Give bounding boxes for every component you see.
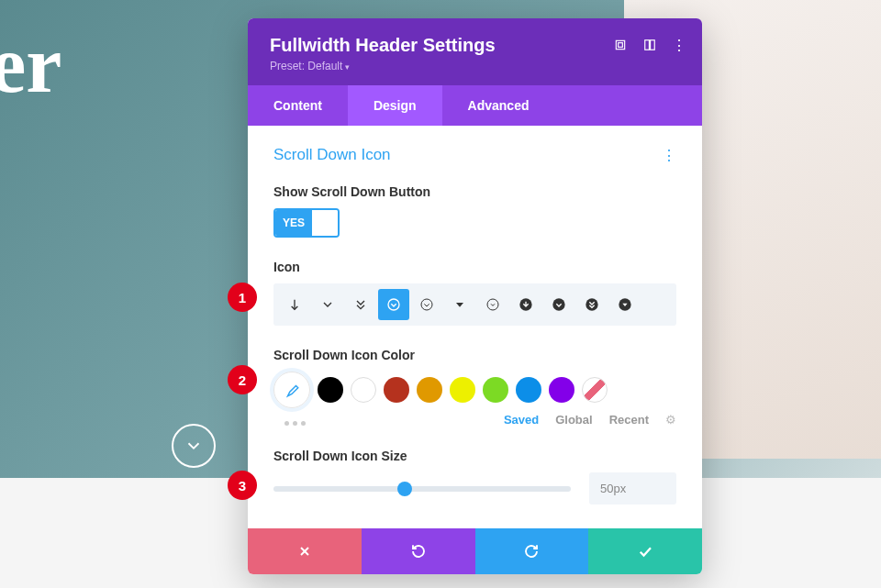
- tab-design[interactable]: Design: [348, 85, 442, 126]
- icon-option-circle-double-filled[interactable]: [576, 289, 608, 320]
- color-swatch-0[interactable]: [318, 377, 343, 403]
- icon-option-double-chevron[interactable]: [345, 289, 376, 320]
- size-slider[interactable]: [273, 486, 571, 492]
- svg-rect-3: [651, 40, 655, 50]
- svg-rect-0: [616, 40, 624, 49]
- icon-option-circle-arrow-filled[interactable]: [510, 289, 541, 320]
- hero-text-fragment: ter: [0, 18, 61, 111]
- icon-option-chevron-down[interactable]: [312, 289, 343, 320]
- color-field-label: Scroll Down Icon Color: [273, 348, 676, 362]
- color-swatch-7[interactable]: [549, 377, 574, 403]
- color-swatch-6[interactable]: [516, 377, 541, 403]
- color-picker-row: [273, 372, 676, 408]
- color-swatch-2[interactable]: [384, 377, 409, 403]
- redo-button[interactable]: [475, 528, 589, 574]
- svg-marker-7: [456, 303, 463, 307]
- tab-content[interactable]: Content: [248, 85, 348, 126]
- kebab-menu-icon[interactable]: ⋮: [673, 39, 686, 51]
- undo-button[interactable]: [362, 528, 475, 574]
- icon-field-label: Icon: [273, 260, 676, 274]
- svg-point-6: [421, 299, 432, 310]
- section-menu-icon[interactable]: ⋮: [662, 147, 676, 164]
- icon-option-circle-chevron-outline[interactable]: [411, 289, 442, 320]
- cancel-button[interactable]: [248, 528, 362, 574]
- icon-option-arrow-down[interactable]: [279, 289, 310, 320]
- annotation-marker-1: 1: [228, 283, 257, 312]
- color-swatch-3[interactable]: [417, 377, 442, 403]
- color-swatch-4[interactable]: [450, 377, 475, 403]
- slider-thumb[interactable]: [397, 482, 412, 496]
- preset-dropdown[interactable]: Preset: Default: [270, 60, 680, 72]
- icon-option-circle-check[interactable]: [378, 289, 409, 320]
- tab-advanced[interactable]: Advanced: [442, 85, 555, 126]
- toggle-yes-label: YES: [275, 210, 312, 236]
- icon-option-circle-thin[interactable]: [477, 289, 508, 320]
- section-title[interactable]: Scroll Down Icon: [273, 146, 391, 164]
- scroll-down-preview-icon: [172, 424, 216, 468]
- show-button-label: Show Scroll Down Button: [273, 184, 676, 199]
- annotation-marker-2: 2: [228, 365, 257, 394]
- preset-saved-link[interactable]: Saved: [504, 413, 539, 427]
- snap-icon[interactable]: [643, 39, 656, 51]
- size-input[interactable]: [589, 472, 676, 505]
- preset-recent-link[interactable]: Recent: [609, 413, 649, 427]
- svg-rect-2: [645, 40, 650, 50]
- settings-panel: Scroll Down Icon ⋮ Show Scroll Down Butt…: [248, 126, 702, 528]
- toggle-knob: [312, 210, 338, 236]
- icon-option-circle-caret-filled[interactable]: [609, 289, 641, 320]
- eyedropper-button[interactable]: [273, 372, 310, 408]
- preset-settings-gear-icon[interactable]: ⚙: [665, 413, 676, 427]
- color-swatch-5[interactable]: [483, 377, 508, 403]
- save-button[interactable]: [588, 528, 702, 574]
- show-button-toggle[interactable]: YES: [273, 208, 340, 238]
- svg-point-10: [552, 298, 564, 310]
- icon-option-caret-down[interactable]: [444, 289, 475, 320]
- annotation-marker-3: 3: [228, 471, 257, 500]
- icon-picker: [273, 283, 676, 326]
- tab-bar: Content Design Advanced: [248, 85, 702, 126]
- settings-modal: Fullwidth Header Settings Preset: Defaul…: [248, 18, 702, 574]
- expand-icon[interactable]: [614, 39, 627, 51]
- svg-rect-1: [619, 43, 623, 48]
- preset-global-link[interactable]: Global: [555, 413, 592, 427]
- size-field-label: Scroll Down Icon Size: [273, 449, 676, 463]
- svg-point-5: [388, 299, 399, 310]
- modal-header: Fullwidth Header Settings Preset: Defaul…: [248, 18, 702, 85]
- color-swatch-1[interactable]: [351, 377, 376, 403]
- svg-point-8: [487, 299, 498, 310]
- modal-footer: [248, 528, 702, 574]
- color-swatch-transparent[interactable]: [582, 377, 608, 403]
- icon-option-circle-chevron-filled[interactable]: [543, 289, 574, 320]
